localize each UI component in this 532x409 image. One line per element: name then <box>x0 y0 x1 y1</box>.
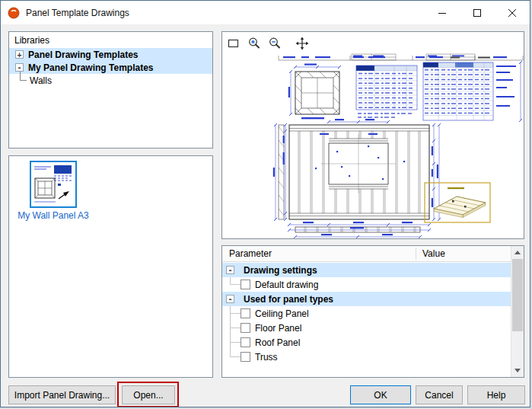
template-thumbnail-label: My Wall Panel A3 <box>15 210 91 221</box>
libraries-label: Libraries <box>9 32 212 47</box>
expand-plus-icon[interactable]: + <box>15 50 24 59</box>
close-button[interactable] <box>495 1 530 24</box>
scrollbar-thumb[interactable] <box>512 259 523 331</box>
default-drawing-checkbox[interactable] <box>241 280 250 289</box>
scroll-up-button[interactable] <box>511 246 524 259</box>
param-row-default-drawing[interactable]: Default drawing <box>222 277 511 292</box>
floor-panel-checkbox[interactable] <box>241 323 250 333</box>
template-thumbnail-image[interactable] <box>30 161 77 208</box>
scroll-down-button[interactable] <box>511 364 524 377</box>
parameters-scrollbar[interactable] <box>511 246 524 377</box>
tree-connector-line <box>20 72 27 81</box>
column-header-parameter[interactable]: Parameter <box>229 248 272 259</box>
param-row-ceiling-panel[interactable]: Ceiling Panel <box>222 306 511 321</box>
truss-checkbox[interactable] <box>241 352 250 362</box>
parameter-table-panel: Parameter Value - Drawing settings Defau… <box>221 245 524 378</box>
ceiling-panel-checkbox[interactable] <box>241 308 250 318</box>
collapse-minus-icon[interactable]: - <box>226 266 234 274</box>
minimize-button[interactable] <box>425 1 460 24</box>
app-icon <box>8 7 20 19</box>
import-panel-drawing-button[interactable]: Import Panel Drawing... <box>8 385 116 404</box>
tree-item-label: Walls <box>30 75 52 86</box>
tree-connector-line <box>230 342 241 343</box>
template-list-panel: My Wall Panel A3 <box>8 155 213 378</box>
up-arrow-icon <box>514 251 521 254</box>
libraries-tree: + Panel Drawing Templates - My Panel Dra… <box>9 48 212 87</box>
panel-drawing-canvas[interactable] <box>222 53 524 238</box>
param-group-drawing-settings[interactable]: - Drawing settings <box>222 263 511 277</box>
pan-button[interactable] <box>294 35 311 52</box>
column-header-value[interactable]: Value <box>422 248 445 259</box>
ok-button[interactable]: OK <box>350 385 411 404</box>
cancel-button[interactable]: Cancel <box>416 385 463 404</box>
tree-item-label: Panel Drawing Templates <box>28 50 139 60</box>
parameter-table-header: Parameter Value <box>222 246 511 262</box>
collapse-minus-icon[interactable]: - <box>15 63 24 72</box>
zoom-in-button[interactable] <box>246 35 263 52</box>
help-button[interactable]: Help <box>467 385 525 404</box>
column-divider[interactable] <box>416 248 416 260</box>
tree-connector-line <box>230 328 241 328</box>
parameter-rows: - Drawing settings Default drawing - Use… <box>222 263 511 364</box>
param-row-floor-panel[interactable]: Floor Panel <box>222 321 511 335</box>
caption-buttons <box>425 1 530 24</box>
roof-panel-checkbox[interactable] <box>241 337 250 347</box>
tree-item-panel-drawing-templates[interactable]: + Panel Drawing Templates <box>9 48 212 61</box>
zoom-window-button[interactable] <box>225 35 242 52</box>
window-title: Panel Template Drawings <box>26 8 425 18</box>
template-thumbnail-item[interactable]: My Wall Panel A3 <box>15 161 91 221</box>
tree-connector-line <box>230 284 241 285</box>
preview-toolbar <box>225 34 311 53</box>
maximize-button[interactable] <box>460 1 495 24</box>
collapse-minus-icon[interactable]: - <box>226 295 234 303</box>
tree-item-label: My Panel Drawing Templates <box>28 62 154 73</box>
tree-item-my-panel-drawing-templates[interactable]: - My Panel Drawing Templates <box>9 61 212 74</box>
down-arrow-icon <box>514 369 521 372</box>
param-row-truss[interactable]: Truss <box>222 350 511 364</box>
titlebar: Panel Template Drawings <box>1 1 530 24</box>
zoom-out-button[interactable] <box>266 35 283 52</box>
tree-connector-line <box>230 356 241 357</box>
tree-connector-line <box>230 313 241 314</box>
panel-template-drawings-dialog: Panel Template Drawings Libraries + Pane… <box>0 0 530 407</box>
libraries-panel: Libraries + Panel Drawing Templates - My… <box>8 31 213 149</box>
param-row-roof-panel[interactable]: Roof Panel <box>222 335 511 350</box>
open-button[interactable]: Open... <box>122 385 175 404</box>
preview-panel <box>221 31 524 239</box>
tree-item-walls[interactable]: Walls <box>9 74 212 87</box>
param-group-used-for-panel-types[interactable]: - Used for panel types <box>222 292 511 306</box>
